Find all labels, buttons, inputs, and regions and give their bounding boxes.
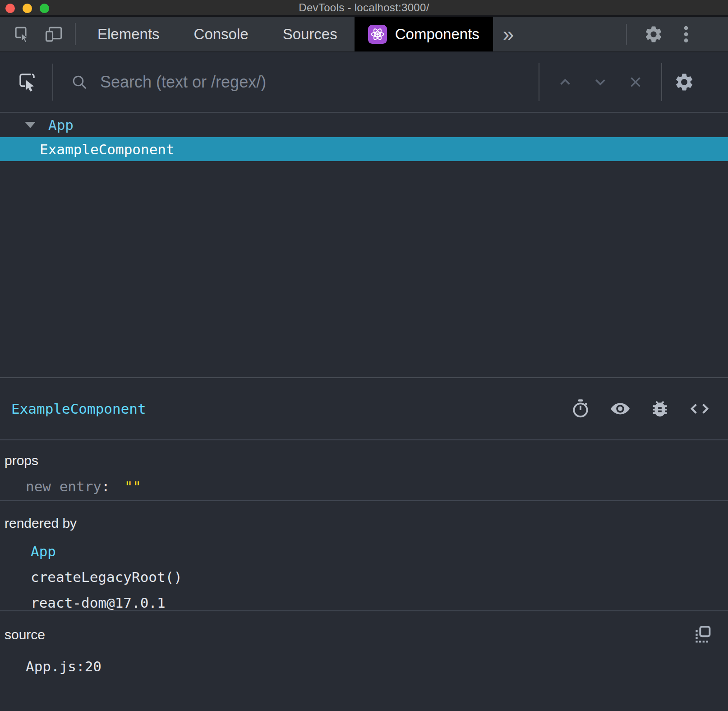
next-match-button[interactable] <box>583 74 618 91</box>
search-separator <box>52 64 53 101</box>
tab-components-label: Components <box>395 26 479 43</box>
minimize-window-button[interactable] <box>23 4 32 13</box>
prop-entry[interactable]: new entry:"" <box>0 478 728 494</box>
search-controls-separator <box>539 63 539 101</box>
kebab-menu-icon <box>682 24 691 44</box>
copy-icon <box>694 637 712 644</box>
rendered-by-app-link[interactable]: App <box>0 544 728 559</box>
bug-icon <box>650 398 670 419</box>
tab-elements[interactable]: Elements <box>80 17 177 51</box>
component-tree: App ExampleComponent <box>0 113 728 377</box>
toolbar-separator <box>626 24 627 45</box>
code-brackets-icon <box>688 398 711 419</box>
props-label: props <box>0 453 728 468</box>
tab-components[interactable]: Components <box>355 17 493 51</box>
tab-console-label: Console <box>194 26 249 43</box>
prop-colon: : <box>101 478 110 494</box>
gear-icon <box>644 24 663 44</box>
chevron-up-icon <box>557 74 574 91</box>
tab-console[interactable]: Console <box>177 17 266 51</box>
search-controls-separator <box>661 63 662 101</box>
traffic-lights <box>5 4 49 13</box>
tree-item-app[interactable]: App <box>0 113 728 137</box>
tab-sources-label: Sources <box>283 26 337 43</box>
zoom-window-button[interactable] <box>40 4 49 13</box>
previous-match-button[interactable] <box>548 74 583 91</box>
chevron-down-icon <box>592 74 609 91</box>
rendered-by-section: rendered by App createLegacyRoot() react… <box>0 501 728 611</box>
inspect-element-icon <box>17 71 39 93</box>
rendered-by-label: rendered by <box>0 516 728 531</box>
more-tabs-icon: » <box>503 23 514 46</box>
inspect-dom-button[interactable] <box>606 396 634 422</box>
tree-item-label: App <box>48 117 74 133</box>
gear-icon <box>674 72 695 92</box>
source-label: source <box>0 627 694 642</box>
select-element-button[interactable] <box>14 69 41 96</box>
devtools-settings-button[interactable] <box>638 24 669 44</box>
device-toolbar-button[interactable] <box>38 17 70 51</box>
stopwatch-icon <box>570 398 591 419</box>
titlebar: DevTools - localhost:3000/ <box>0 0 728 17</box>
window-title: DevTools - localhost:3000/ <box>299 1 429 14</box>
eye-icon <box>609 398 631 419</box>
debug-button[interactable] <box>647 396 673 422</box>
tree-item-label: ExampleComponent <box>40 141 175 157</box>
clear-search-button[interactable] <box>618 74 653 91</box>
inspect-element-icon <box>13 25 32 44</box>
inspector-header: ExampleComponent <box>0 378 728 440</box>
devtools-menu-button[interactable] <box>676 24 696 44</box>
props-section: props new entry:"" <box>0 440 728 501</box>
components-search-bar <box>0 52 728 113</box>
close-window-button[interactable] <box>5 4 15 13</box>
react-logo-icon <box>368 25 387 44</box>
device-toolbar-icon <box>44 25 65 44</box>
devtools-tabbar: Elements Console Sources Components <box>0 17 728 52</box>
more-tabs-button[interactable]: » <box>493 17 524 51</box>
selected-component-name: ExampleComponent <box>11 401 567 417</box>
search-input[interactable] <box>100 73 539 92</box>
prop-key[interactable]: new entry <box>26 478 101 494</box>
tree-item-examplecomponent[interactable]: ExampleComponent <box>0 137 728 161</box>
source-file-link[interactable]: App.js:20 <box>0 658 728 674</box>
search-icon <box>70 73 88 91</box>
components-settings-button[interactable] <box>674 72 695 92</box>
rendered-by-item: react-dom@17.0.1 <box>0 595 728 610</box>
rendered-by-item: createLegacyRoot() <box>0 569 728 585</box>
expander-arrow-icon[interactable] <box>25 122 36 128</box>
devtools-window: DevTools - localhost:3000/ Elements <box>0 0 728 711</box>
source-section: source <box>0 611 728 711</box>
toolbar-separator <box>75 23 76 45</box>
suspend-toggle-button[interactable] <box>567 396 594 422</box>
close-icon <box>627 74 644 91</box>
view-source-button[interactable] <box>686 396 714 422</box>
inspector-panel: ExampleComponent <box>0 377 728 711</box>
prop-value[interactable]: "" <box>124 478 141 494</box>
tab-elements-label: Elements <box>97 26 160 43</box>
inspect-element-button[interactable] <box>7 17 38 51</box>
copy-source-button[interactable] <box>694 625 728 645</box>
tab-sources[interactable]: Sources <box>266 17 355 51</box>
